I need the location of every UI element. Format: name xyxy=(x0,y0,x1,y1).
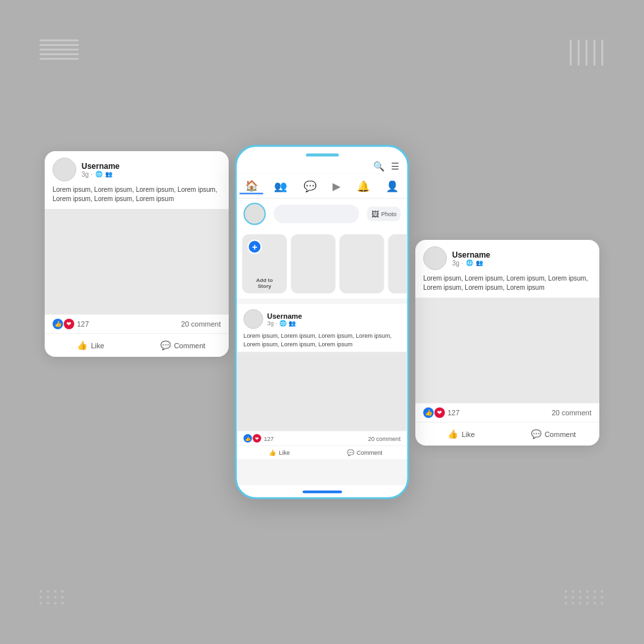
deco-line xyxy=(39,49,79,51)
left-card-username: Username xyxy=(81,162,120,171)
phone-comment-count: 20 comment xyxy=(368,435,401,442)
deco-line xyxy=(39,53,79,55)
phone-post-image xyxy=(237,352,407,431)
search-icon[interactable]: 🔍 xyxy=(373,161,384,172)
right-card-actions: 👍 Like 💬 Comment xyxy=(415,422,599,446)
right-reaction-count: 127 xyxy=(448,409,459,417)
right-card-reactions: 👍 ❤ 127 20 comment xyxy=(415,403,599,422)
photo-label: Photo xyxy=(381,211,397,218)
right-like-label: Like xyxy=(461,430,474,438)
deco-line-v xyxy=(578,39,580,66)
menu-icon[interactable]: ☰ xyxy=(391,161,400,172)
nav-bell[interactable]: 🔔 xyxy=(352,179,375,194)
phone-topbar: 🔍 ☰ xyxy=(237,157,407,174)
left-comment-count: 20 comment xyxy=(181,320,221,328)
phone-post-reactions: 👍 ❤ 127 20 comment xyxy=(237,431,407,446)
left-like-label: Like xyxy=(91,342,104,350)
nav-friends[interactable]: 👥 xyxy=(269,179,292,194)
phone-reaction-count: 127 xyxy=(264,435,274,442)
story-add-label: Add toStory xyxy=(256,277,273,289)
phone-post-friends: 👥 xyxy=(288,320,296,327)
left-card-image xyxy=(45,209,229,314)
left-card-actions: 👍 Like 💬 Comment xyxy=(45,333,229,357)
left-post-card: Username 3g · 🌐 👥 Lorem ipsum, Lorem ips… xyxy=(45,151,229,357)
left-card-reactions: 👍 ❤ 127 20 comment xyxy=(45,314,229,333)
story-item-3[interactable] xyxy=(388,235,407,294)
right-reaction-emoji: 👍 ❤ xyxy=(423,407,445,418)
phone-heart-emoji: ❤ xyxy=(253,434,262,443)
like-icon: 👍 xyxy=(77,340,87,350)
story-add-icon: + xyxy=(248,240,262,254)
right-comment-button[interactable]: 💬 Comment xyxy=(507,425,599,443)
right-post-card: Username 3g · 🌐 👥 Lorem ipsum, Lorem ips… xyxy=(415,240,599,446)
deco-line xyxy=(39,58,79,60)
heart-emoji: ❤ xyxy=(64,319,74,329)
left-like-button[interactable]: 👍 Like xyxy=(45,336,137,354)
deco-line-v xyxy=(601,39,603,66)
deco-dots-br xyxy=(564,590,605,605)
left-card-time: 3g · xyxy=(81,171,93,178)
nav-profile[interactable]: 👤 xyxy=(380,179,404,194)
left-card-avatar xyxy=(53,158,76,181)
phone-like-label: Like xyxy=(279,449,290,456)
nav-messenger[interactable]: 💬 xyxy=(298,179,322,194)
right-like-emoji: 👍 xyxy=(423,407,434,418)
status-avatar xyxy=(244,203,266,225)
friends-icon: 👥 xyxy=(105,171,112,177)
right-card-meta: 3g · 🌐 👥 xyxy=(452,260,490,267)
right-like-icon: 👍 xyxy=(448,429,458,439)
right-comment-label: Comment xyxy=(545,430,576,438)
phone-frame: 🔍 ☰ 🏠 👥 💬 ▶ 🔔 👤 🖼 Photo xyxy=(235,145,409,499)
status-bar: 🖼 Photo xyxy=(237,199,407,229)
right-card-avatar xyxy=(423,246,447,270)
phone-home-indicator xyxy=(237,486,407,497)
left-reaction-count: 127 xyxy=(77,320,89,328)
photo-icon: 🖼 xyxy=(371,210,379,219)
globe-icon-r: 🌐 xyxy=(466,260,473,266)
right-card-image xyxy=(415,298,599,403)
deco-lines-tl xyxy=(39,39,79,60)
right-card-username: Username xyxy=(452,250,490,260)
story-item-1[interactable] xyxy=(291,235,336,294)
deco-line-v xyxy=(586,39,587,66)
right-like-button[interactable]: 👍 Like xyxy=(415,425,507,443)
friends-icon-r: 👥 xyxy=(476,260,483,266)
right-comment-icon: 💬 xyxy=(531,429,541,439)
comment-icon: 💬 xyxy=(160,340,171,350)
stories-section: + Add toStory xyxy=(237,229,407,299)
story-add[interactable]: + Add toStory xyxy=(242,235,287,294)
right-comment-count: 20 comment xyxy=(551,409,591,417)
phone-post-card: Username 3g · 🌐 👥 Lorem ipsum, Lorem ips… xyxy=(237,304,407,459)
phone-post-globe: 🌐 xyxy=(279,320,287,327)
phone-comment-label: Comment xyxy=(357,449,382,456)
phone-nav: 🏠 👥 💬 ▶ 🔔 👤 xyxy=(237,174,407,199)
reaction-left: 👍 ❤ 127 xyxy=(53,319,89,329)
phone-post-text: Lorem ipsum, Lorem ipsum, Lorem ipsum, L… xyxy=(237,332,407,352)
phone-post-actions: 👍 Like 💬 Comment xyxy=(237,446,407,459)
right-heart-emoji: ❤ xyxy=(434,407,445,418)
phone-post-avatar xyxy=(244,310,264,329)
right-reaction-left: 👍 ❤ 127 xyxy=(423,407,459,418)
deco-line-v xyxy=(570,39,572,66)
right-card-time: 3g · xyxy=(452,260,463,267)
nav-watch[interactable]: ▶ xyxy=(327,179,346,194)
story-item-2[interactable] xyxy=(340,235,384,294)
phone-comment-icon: 💬 xyxy=(347,449,354,456)
deco-line-v xyxy=(593,39,595,66)
right-card-header: Username 3g · 🌐 👥 xyxy=(415,240,599,274)
phone-like-emoji: 👍 xyxy=(244,434,252,443)
phone-post-user-info: Username 3g · 🌐 👥 xyxy=(267,312,302,327)
left-comment-button[interactable]: 💬 Comment xyxy=(137,336,229,354)
reaction-emoji: 👍 ❤ xyxy=(53,319,74,329)
photo-button[interactable]: 🖼 Photo xyxy=(367,207,401,221)
deco-line xyxy=(39,44,79,46)
deco-lines-tr xyxy=(568,39,605,66)
nav-home[interactable]: 🏠 xyxy=(240,178,264,195)
right-card-user-info: Username 3g · 🌐 👥 xyxy=(452,250,490,267)
phone-screen: 🔍 ☰ 🏠 👥 💬 ▶ 🔔 👤 🖼 Photo xyxy=(237,157,407,486)
phone-like-button[interactable]: 👍 Like xyxy=(237,446,323,459)
globe-icon: 🌐 xyxy=(95,171,103,177)
phone-post-time: 3g · xyxy=(267,320,277,327)
phone-comment-button[interactable]: 💬 Comment xyxy=(322,446,407,459)
phone-post-username: Username xyxy=(267,312,302,320)
